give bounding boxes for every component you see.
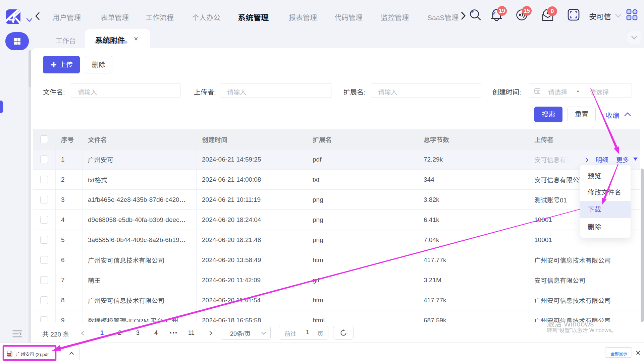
svg-text:PDF: PDF: [7, 354, 11, 356]
